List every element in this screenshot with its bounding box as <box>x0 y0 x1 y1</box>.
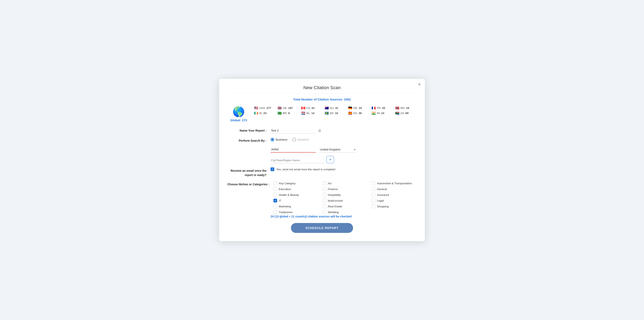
business-controls: United Kingdom ▾ + <box>270 146 417 163</box>
niche-item[interactable]: Any Category <box>274 181 318 185</box>
flag-emoji: 🇮🇳 <box>372 111 376 115</box>
close-button[interactable]: × <box>418 82 421 87</box>
niche-checkbox[interactable] <box>322 193 326 197</box>
flag-emoji: 🇺🇸 <box>254 106 258 110</box>
niche-item[interactable]: Real Estate <box>322 204 368 208</box>
country-select[interactable]: United Kingdom ▾ <box>319 147 356 153</box>
niche-item[interactable]: Marketing <box>274 204 318 208</box>
flag-label: CA: 61 <box>306 107 315 110</box>
search-by-row: Perform Search By : Business Keyword <box>227 138 417 142</box>
niche-item[interactable]: Shopping <box>372 204 417 208</box>
flag-label: NO: 19 <box>400 107 409 110</box>
name-report-controls: ⊞ <box>270 128 417 134</box>
niche-label: Art <box>328 182 332 185</box>
niche-checkbox[interactable] <box>274 204 277 208</box>
business-spacer <box>227 146 266 148</box>
flag-grid: 🇺🇸USA: 277🇬🇧UK: 187🇨🇦CA: 61🇦🇺AU: 41🇩🇪DE:… <box>254 106 414 115</box>
niche-checkbox[interactable] <box>274 193 277 197</box>
niche-checkbox[interactable] <box>274 210 277 214</box>
niche-checkbox[interactable] <box>322 210 326 214</box>
flag-emoji: 🇪🇸 <box>348 111 352 115</box>
form-section: Name Your Report : ⊞ Perform Search By :… <box>227 128 417 214</box>
niche-item[interactable]: IT <box>274 199 318 202</box>
country-value: United Kingdom <box>320 148 340 151</box>
flag-emoji: 🇨🇦 <box>301 106 305 110</box>
niche-item[interactable]: Tradesmen <box>274 210 318 214</box>
name-report-input[interactable] <box>270 128 316 134</box>
radio-business-circle <box>270 138 274 141</box>
flag-item-br: 🇧🇷BR: 9 <box>278 111 297 115</box>
niche-item[interactable]: General <box>372 187 417 191</box>
globe-icon: 🌎 <box>232 106 245 118</box>
niche-checkbox[interactable] <box>322 199 326 202</box>
schedule-report-button[interactable]: SCHEDULE REPORT <box>291 223 353 233</box>
niche-item[interactable]: Hospitality <box>322 193 368 197</box>
niche-label: Marketing <box>279 205 291 208</box>
niche-checkbox[interactable] <box>372 204 375 208</box>
flag-label: DE: 10 <box>353 107 362 110</box>
niches-label: Choose Niches or Categories : <box>227 181 269 186</box>
flag-emoji: 🇬🇧 <box>278 106 282 110</box>
radio-keyword-circle <box>292 138 296 141</box>
niche-item[interactable]: Art <box>322 181 368 185</box>
flag-emoji: 🇳🇱 <box>301 111 305 115</box>
niche-item[interactable]: leadcounsel <box>322 199 368 202</box>
city-plus-group: + <box>270 156 417 163</box>
niche-item[interactable]: Health & Beauty <box>274 193 318 197</box>
flag-item-no: 🇳🇴NO: 19 <box>395 106 414 110</box>
flag-emoji: 🇿🇦 <box>395 111 399 115</box>
flag-emoji: 🇫🇷 <box>372 106 376 110</box>
niche-label: Tradesmen <box>279 211 293 214</box>
flag-emoji: 🇮🇪 <box>254 111 258 115</box>
niche-label: Health & Beauty <box>279 193 299 196</box>
flag-emoji: 🇳🇴 <box>395 106 399 110</box>
niche-item[interactable]: Automotive & Transportation <box>372 181 417 185</box>
niche-item[interactable]: Insurance <box>372 193 417 197</box>
flag-label: IE: 23 <box>259 112 266 115</box>
email-checkbox-label: Yes, send me email once the report is co… <box>276 168 336 171</box>
niches-grid: Any CategoryArtAutomotive & Transportati… <box>274 181 417 214</box>
niche-label: Real Estate <box>328 205 342 208</box>
flag-emoji: 🇸🇪 <box>325 111 329 115</box>
flag-emoji: 🇩🇪 <box>348 106 352 110</box>
search-by-controls: Business Keyword <box>270 138 417 141</box>
niche-checkbox[interactable] <box>322 204 326 208</box>
niche-label: Wedding <box>328 211 339 214</box>
niche-checkbox[interactable] <box>274 199 277 202</box>
niche-label: General <box>377 188 387 191</box>
add-location-button[interactable]: + <box>326 156 334 163</box>
flag-item-uk: 🇬🇧UK: 187 <box>278 106 297 110</box>
niche-label: leadcounsel <box>328 199 343 202</box>
niche-checkbox[interactable] <box>372 181 375 185</box>
niche-item[interactable]: Finance <box>322 187 368 191</box>
radio-business[interactable]: Business <box>270 138 288 141</box>
business-name-input[interactable] <box>270 146 316 153</box>
niche-item[interactable]: Education <box>274 187 318 191</box>
chevron-down-icon: ▾ <box>354 148 355 151</box>
flag-label: BR: 9 <box>283 112 290 115</box>
flag-item-es: 🇪🇸ES: 38 <box>348 111 368 115</box>
niches-row: Choose Niches or Categories : Any Catego… <box>227 181 417 214</box>
flag-item-de: 🇩🇪DE: 10 <box>348 106 368 110</box>
flag-label: IN: 14 <box>377 112 384 115</box>
flag-item-ie: 🇮🇪IE: 23 <box>254 111 274 115</box>
niche-item[interactable]: Legal <box>372 199 417 202</box>
niche-item[interactable]: Wedding <box>322 210 368 214</box>
niche-label: Shopping <box>377 205 389 208</box>
niche-checkbox[interactable] <box>274 181 277 185</box>
niche-checkbox[interactable] <box>372 187 375 191</box>
flag-label: ES: 38 <box>353 112 362 115</box>
email-checkbox[interactable] <box>270 167 274 171</box>
niche-checkbox[interactable] <box>372 199 375 202</box>
radio-keyword[interactable]: Keyword <box>292 138 309 141</box>
globe-global: 🌎 Global: 173 <box>230 106 248 122</box>
niche-checkbox[interactable] <box>322 187 326 191</box>
niche-checkbox[interactable] <box>274 187 277 191</box>
flag-item-au: 🇦🇺AU: 41 <box>325 106 344 110</box>
niche-label: Legal <box>377 199 384 202</box>
niche-label: Education <box>279 188 291 191</box>
niche-checkbox[interactable] <box>372 193 375 197</box>
niche-checkbox[interactable] <box>322 181 326 185</box>
city-input[interactable] <box>270 158 324 163</box>
flag-item-usa: 🇺🇸USA: 277 <box>254 106 274 110</box>
